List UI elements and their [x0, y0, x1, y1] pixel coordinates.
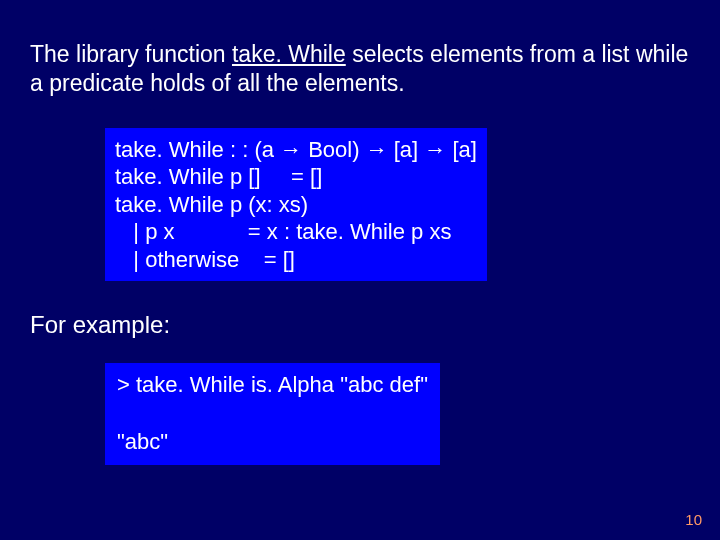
intro-text: The library function take. While selects…: [30, 40, 690, 98]
slide: The library function take. While selects…: [0, 0, 720, 540]
code-line-4: | p x = x : take. While p xs: [115, 219, 451, 244]
intro-underlined: take. While: [232, 41, 346, 67]
code-line-1: take. While : : (a → Bool) → [a] → [a]: [115, 137, 477, 162]
intro-pre: The library function: [30, 41, 232, 67]
example-block: > take. While is. Alpha "abc def" "abc": [105, 363, 440, 465]
code-line-2: take. While p [] = []: [115, 164, 322, 189]
code-definition: take. While : : (a → Bool) → [a] → [a] t…: [105, 128, 487, 282]
code-line-3: take. While p (x: xs): [115, 192, 308, 217]
example-line-1: > take. While is. Alpha "abc def": [117, 372, 428, 397]
example-line-3: "abc": [117, 429, 168, 454]
page-number: 10: [685, 511, 702, 528]
code-line-5: | otherwise = []: [115, 247, 295, 272]
for-example-label: For example:: [30, 311, 690, 339]
